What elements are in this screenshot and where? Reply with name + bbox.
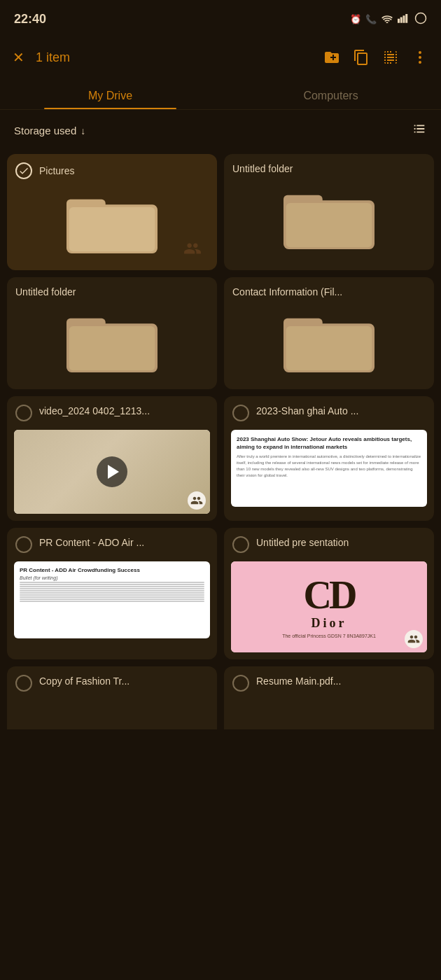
pr-subtitle: Bullet (for writing) xyxy=(20,575,204,580)
svg-rect-1 xyxy=(400,17,402,22)
folder-icon-container xyxy=(7,183,217,270)
status-icons: ⏰ 📞 xyxy=(350,12,427,27)
file-thumbnail xyxy=(14,430,210,514)
svg-rect-10 xyxy=(69,207,155,251)
article-preview: 2023 Shanghai Auto Show: Jetour Auto rev… xyxy=(231,430,427,507)
card-header: Untitled folder xyxy=(224,154,434,179)
svg-rect-16 xyxy=(69,326,155,370)
pr-preview: PR Content - ADD Air Crowdfunding Succes… xyxy=(14,561,210,638)
copy-button[interactable] xyxy=(353,49,370,66)
select-all-button[interactable] xyxy=(382,49,399,66)
folder-icon-container xyxy=(7,302,217,389)
sort-button[interactable]: Storage used ↓ xyxy=(14,125,85,136)
card-header: Copy of Fashion Tr... xyxy=(7,666,217,696)
card-header: Pictures xyxy=(7,154,217,183)
card-header: Untitled folder xyxy=(7,277,217,302)
signal-icon xyxy=(398,13,410,25)
card-header: Untitled pre sentation xyxy=(224,528,434,557)
card-header: video_2024 0402_1213... xyxy=(7,396,217,426)
item-name: Untitled pre sentation xyxy=(256,536,349,549)
shared-badge xyxy=(405,630,423,648)
battery-icon xyxy=(414,12,427,27)
dior-brand-name: Dior xyxy=(312,616,347,631)
tab-computers[interactable]: Computers xyxy=(220,80,441,109)
card-header: 2023-Shan ghai Auto ... xyxy=(224,396,434,426)
file-thumbnail: CD Dior The official Princess GDSN 7 8N3… xyxy=(231,561,427,652)
select-checkbox[interactable] xyxy=(232,675,249,692)
svg-rect-3 xyxy=(405,14,407,23)
play-icon xyxy=(97,456,127,487)
select-checkbox[interactable] xyxy=(15,675,32,692)
article-title: 2023 Shanghai Auto Show: Jetour Auto rev… xyxy=(237,435,421,451)
svg-rect-2 xyxy=(403,15,405,23)
svg-point-6 xyxy=(419,56,421,59)
svg-point-5 xyxy=(419,51,421,54)
folder-card-untitled-1[interactable]: Untitled folder xyxy=(224,154,434,270)
item-name: 2023-Shan ghai Auto ... xyxy=(256,405,358,417)
pr-body xyxy=(20,582,204,602)
item-name: Contact Information (Fil... xyxy=(232,286,342,298)
file-grid: Pictures Untitled folder xyxy=(0,151,441,743)
file-thumbnail: PR Content - ADD Air Crowdfunding Succes… xyxy=(14,561,210,638)
selection-count: 1 item xyxy=(36,50,312,65)
item-name: Untitled folder xyxy=(15,286,76,298)
select-checkbox[interactable] xyxy=(232,405,249,421)
tabs: My Drive Computers xyxy=(0,80,441,110)
folder-card-untitled-2[interactable]: Untitled folder xyxy=(7,277,217,389)
shared-badge xyxy=(188,491,206,510)
select-checkbox[interactable] xyxy=(15,162,32,179)
select-checkbox[interactable] xyxy=(15,536,32,553)
file-card-resume[interactable]: Resume Main.pdf... xyxy=(224,666,434,729)
dior-preview: CD Dior The official Princess GDSN 7 8N3… xyxy=(231,561,427,652)
dior-subtitle: The official Princess GDSN 7 8N3A897JK1 xyxy=(282,634,376,638)
file-card-pr[interactable]: PR Content - ADO Air ... PR Content - AD… xyxy=(7,528,217,659)
list-view-button[interactable] xyxy=(412,121,427,140)
item-name: Resume Main.pdf... xyxy=(256,675,341,687)
folder-icon-container xyxy=(224,179,434,266)
sort-bar: Storage used ↓ xyxy=(0,110,441,151)
file-card-video[interactable]: video_2024 0402_1213... xyxy=(7,396,217,521)
svg-rect-13 xyxy=(286,203,372,247)
folder-card-contact[interactable]: Contact Information (Fil... xyxy=(224,277,434,389)
article-body: After truly a world premiere in internat… xyxy=(237,454,421,479)
svg-rect-0 xyxy=(398,18,400,22)
item-name: Pictures xyxy=(39,164,75,177)
alarm-icon: ⏰ xyxy=(350,14,361,24)
status-bar: 22:40 ⏰ 📞 xyxy=(0,0,441,35)
dior-logo: CD xyxy=(304,575,355,615)
top-bar-actions xyxy=(323,49,428,66)
move-button[interactable] xyxy=(323,49,340,66)
phone-icon: 📞 xyxy=(365,14,377,24)
item-name: video_2024 0402_1213... xyxy=(39,405,150,417)
item-name: PR Content - ADO Air ... xyxy=(39,536,144,549)
card-header: Resume Main.pdf... xyxy=(224,666,434,696)
file-card-dior[interactable]: Untitled pre sentation CD Dior The offic… xyxy=(224,528,434,659)
select-checkbox[interactable] xyxy=(15,405,32,421)
video-preview xyxy=(14,430,210,514)
wifi-icon xyxy=(381,13,393,25)
item-name: Copy of Fashion Tr... xyxy=(39,675,130,687)
more-button[interactable] xyxy=(412,49,428,66)
item-name: Untitled folder xyxy=(232,162,293,175)
svg-point-7 xyxy=(419,61,421,64)
status-time: 22:40 xyxy=(14,12,46,27)
sort-arrow-icon: ↓ xyxy=(80,125,85,136)
card-header: PR Content - ADO Air ... xyxy=(7,528,217,557)
file-thumbnail: 2023 Shanghai Auto Show: Jetour Auto rev… xyxy=(231,430,427,507)
svg-point-4 xyxy=(416,13,426,23)
card-header: Contact Information (Fil... xyxy=(224,277,434,302)
top-bar: ✕ 1 item xyxy=(0,35,441,80)
svg-rect-19 xyxy=(286,326,372,370)
file-card-fashion[interactable]: Copy of Fashion Tr... xyxy=(7,666,217,729)
tab-my-drive[interactable]: My Drive xyxy=(0,80,220,109)
pr-title: PR Content - ADD Air Crowdfunding Succes… xyxy=(20,567,204,573)
close-button[interactable]: ✕ xyxy=(13,49,24,66)
select-checkbox[interactable] xyxy=(232,536,249,553)
file-card-article[interactable]: 2023-Shan ghai Auto ... 2023 Shanghai Au… xyxy=(224,396,434,521)
folder-card-pictures[interactable]: Pictures xyxy=(7,154,217,270)
folder-icon-container xyxy=(224,302,434,389)
